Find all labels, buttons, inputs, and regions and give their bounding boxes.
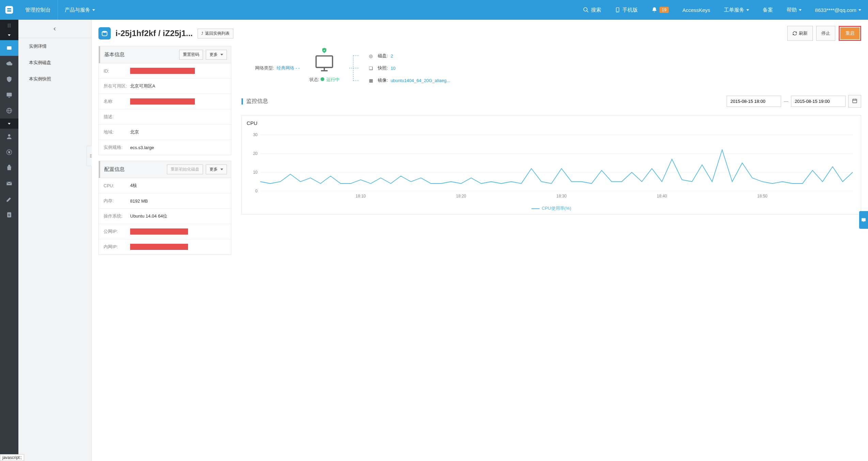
svg-text:备: 备: [8, 213, 11, 217]
zone-label: 所在可用区:: [104, 83, 130, 89]
rail-item-edit[interactable]: [0, 191, 18, 207]
subnav-item-snapshot[interactable]: 本实例快照: [18, 71, 91, 87]
subnav-item-detail[interactable]: 实例详情: [18, 38, 91, 54]
notification-badge: 19: [660, 7, 669, 13]
caret-down-icon: [8, 123, 11, 125]
refresh-button[interactable]: 刷新: [787, 26, 813, 41]
rail-item-beian[interactable]: 备: [0, 207, 18, 223]
svg-rect-9: [9, 97, 10, 98]
instance-title: i-25j1hf2kf / iZ25j1...: [115, 29, 193, 38]
basic-more-button[interactable]: 更多: [206, 50, 227, 60]
svg-text:18:50: 18:50: [757, 194, 768, 198]
svg-point-13: [8, 134, 11, 137]
cpu-chart-title: CPU: [247, 120, 856, 126]
search-link[interactable]: 搜索: [576, 0, 608, 20]
rail-item-dns[interactable]: [0, 103, 18, 118]
account-dropdown[interactable]: 8633****@qq.com: [808, 0, 868, 20]
monitor-start-input[interactable]: [727, 96, 781, 107]
rail-item-shield[interactable]: [0, 71, 18, 87]
mobile-link[interactable]: 手机版: [608, 0, 645, 20]
beian-link[interactable]: 备案: [756, 0, 780, 20]
rail-item-user[interactable]: [0, 129, 18, 144]
rail-item-cloud[interactable]: [0, 56, 18, 71]
svg-rect-0: [5, 6, 13, 14]
desc-label: 描述:: [104, 114, 130, 120]
console-link[interactable]: 管理控制台: [18, 0, 58, 20]
main-content: i-25j1hf2kf / iZ25j1... ⤴返回实例列表 刷新 停止 重启…: [92, 20, 868, 461]
status-dot-icon: [321, 77, 324, 81]
restart-button[interactable]: 重启: [840, 28, 859, 39]
snapshot-link[interactable]: ❏快照:10: [369, 65, 450, 71]
config-info-card: 配置信息 重新初始化磁盘 更多 CPU:4核 内存:8192 MB 操作系统:U…: [98, 161, 231, 255]
rail-collapse-1[interactable]: [0, 30, 18, 40]
restart-highlight: 重启: [839, 26, 861, 41]
svg-rect-7: [7, 46, 11, 50]
monitor-end-input[interactable]: [791, 96, 846, 107]
spec-value: ecs.s3.large: [130, 145, 154, 150]
stop-button[interactable]: 停止: [816, 26, 835, 41]
id-label: ID:: [104, 68, 130, 74]
rail-item-billing[interactable]: ¥: [0, 144, 18, 160]
reset-password-button[interactable]: 重置密码: [179, 50, 203, 60]
monitor-title: 监控信息: [246, 98, 268, 105]
back-to-list-button[interactable]: ⤴返回实例列表: [198, 29, 233, 38]
cpu-label: CPU:: [104, 183, 130, 188]
access-keys-link[interactable]: AccessKeys: [676, 0, 717, 20]
basic-info-title: 基本信息: [104, 51, 125, 58]
svg-text:30: 30: [253, 132, 258, 137]
public-ip-redacted: [130, 228, 188, 235]
svg-rect-2: [7, 10, 12, 12]
svg-line-4: [587, 11, 588, 12]
svg-text:0: 0: [255, 189, 258, 193]
icon-rail: ||| ¥ 备: [0, 20, 18, 461]
private-ip-label: 内网IP:: [104, 244, 130, 250]
monitor-icon: [312, 53, 336, 73]
reinit-disk-button[interactable]: 重新初始化磁盘: [167, 164, 203, 174]
basic-info-card: 基本信息 重置密码 更多 ID: 所在可用区:北京可用区A 名称 描述: 地域:…: [98, 46, 231, 155]
name-label: 名称: [104, 98, 130, 105]
disk-link[interactable]: ◎磁盘:2: [369, 53, 450, 59]
monitor-section-head: 监控信息 —: [242, 92, 861, 110]
caret-down-icon: [220, 169, 223, 170]
rail-item-monitor[interactable]: [0, 87, 18, 103]
os-value: Ubuntu 14.04 64位: [130, 213, 167, 219]
rail-item-ecs[interactable]: [0, 40, 18, 56]
config-more-button[interactable]: 更多: [206, 164, 227, 174]
svg-text:18:20: 18:20: [456, 194, 466, 198]
products-dropdown[interactable]: 产品与服务: [58, 0, 102, 20]
config-info-title: 配置信息: [104, 166, 125, 173]
search-icon: [583, 7, 589, 13]
feedback-tab[interactable]: [859, 211, 868, 229]
svg-text:18:10: 18:10: [356, 194, 366, 198]
notifications-link[interactable]: 19: [645, 0, 676, 20]
snapshot-icon: ❏: [369, 66, 375, 71]
back-button[interactable]: [18, 20, 91, 38]
tickets-dropdown[interactable]: 工单服务: [717, 0, 756, 20]
rail-handle-icon[interactable]: |||: [0, 20, 18, 30]
instance-icon: [98, 27, 111, 39]
calendar-button[interactable]: [848, 95, 861, 108]
image-link[interactable]: ▦镜像:ubuntu1404_64_20G_aliaeg...: [369, 77, 450, 83]
help-dropdown[interactable]: 帮助: [780, 0, 808, 20]
caret-down-icon: [858, 9, 861, 11]
logo-icon[interactable]: [0, 0, 18, 20]
network-type: 网络类型: 经典网络 - -: [255, 65, 300, 71]
chart-legend: CPU使用率(%): [247, 204, 856, 211]
svg-rect-23: [316, 56, 332, 67]
subnav-item-disk[interactable]: 本实例磁盘: [18, 54, 91, 71]
svg-rect-31: [853, 99, 857, 103]
rail-item-bag[interactable]: [0, 160, 18, 176]
sub-nav: 实例详情 本实例磁盘 本实例快照: [18, 20, 92, 461]
svg-rect-1: [7, 8, 12, 10]
spec-label: 实例规格:: [104, 144, 130, 150]
svg-rect-8: [7, 93, 12, 96]
caret-down-icon: [8, 34, 11, 36]
rail-item-mail[interactable]: [0, 176, 18, 191]
rail-collapse-2[interactable]: [0, 118, 18, 129]
overview-panel: 网络类型: 经典网络 - - 状态: 运行中 ◎磁盘:2 ❏快照:10 ▦镜像:…: [242, 46, 861, 90]
caret-down-icon: [746, 9, 749, 11]
top-header: 管理控制台 产品与服务 搜索 手机版 19 AccessKeys 工单服务 备案…: [0, 0, 868, 20]
region-label: 地域:: [104, 129, 130, 135]
refresh-icon: [792, 31, 797, 36]
status-line: 状态: 运行中: [309, 77, 340, 83]
